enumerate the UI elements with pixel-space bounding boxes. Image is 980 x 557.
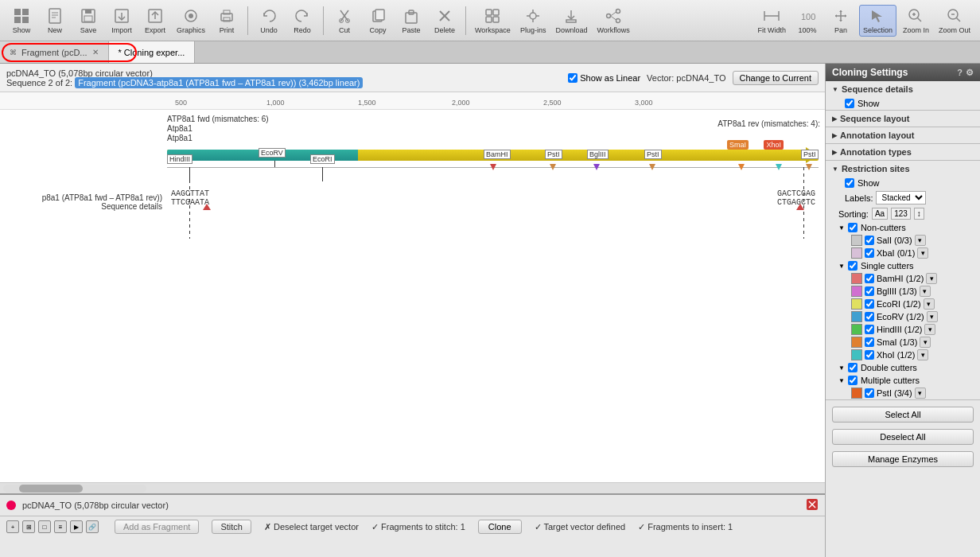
tab-fragment[interactable]: ⌘ Fragment (pcD... ✕ (0, 41, 109, 63)
main-content: pcDNA4_TO (5,078bp circular vector) Sequ… (0, 64, 980, 557)
sort-123-btn[interactable]: 123 (891, 208, 911, 220)
footer-icon1: + (6, 520, 19, 533)
re-sali-entry: SalI (0/3) ▾ (826, 234, 980, 247)
bamhi-info[interactable]: ▾ (926, 273, 937, 284)
sort-arrows-btn[interactable]: ↕ (914, 208, 924, 220)
smai-info[interactable]: ▾ (920, 337, 931, 348)
triangle-icon4: ▶ (832, 149, 837, 156)
re-ecorv-label: EcoRV (259, 148, 286, 158)
non-cutters-checkbox[interactable] (848, 223, 858, 232)
ecorv-info[interactable]: ▾ (927, 311, 938, 322)
re-show-checkbox[interactable] (845, 178, 854, 188)
footer-close-btn[interactable] (806, 498, 819, 512)
tab-fragment-close[interactable]: ✕ (92, 48, 99, 56)
sort-alpha-btn[interactable]: Aa (872, 208, 888, 220)
svg-line-52 (918, 18, 922, 21)
undo-button[interactable]: Undo (254, 6, 284, 36)
bamhi-checkbox[interactable] (865, 274, 874, 283)
tab-bar: ⌘ Fragment (pcD... ✕ * Cloning exper... (0, 41, 980, 64)
delete-button[interactable]: Delete (430, 6, 460, 36)
ecori-checkbox[interactable] (865, 299, 874, 309)
export-button[interactable]: Export (140, 6, 170, 36)
re-labels-select[interactable]: Stacked Inline (876, 191, 926, 204)
smai-checkbox[interactable] (865, 337, 874, 347)
panel-settings-icon[interactable]: ⚙ (966, 68, 974, 78)
download-button[interactable]: Download (552, 6, 590, 36)
svg-rect-25 (375, 10, 384, 20)
deselect-all-button[interactable]: Deselect All (832, 429, 974, 445)
add-fragment-button[interactable]: Add as Fragment (115, 520, 199, 534)
section-ann-layout-header[interactable]: ▶ Annotation layout (826, 127, 980, 143)
show-button[interactable]: Show (6, 6, 37, 36)
fit-width-button[interactable]: Fit Width (754, 6, 789, 36)
double-cutters-header: ▼ Double cutters (826, 361, 980, 374)
footer-icon2: ⊞ (22, 520, 35, 533)
print-button[interactable]: Print (212, 6, 242, 36)
seq-details-show-checkbox[interactable] (845, 99, 854, 108)
svg-rect-33 (493, 17, 499, 22)
ecori-info[interactable]: ▾ (924, 298, 935, 310)
section-seq-details-header[interactable]: ▼ Sequence details (826, 81, 980, 97)
panel-help-icon[interactable]: ? (957, 68, 962, 78)
show-linear-checkbox[interactable] (568, 73, 578, 83)
plugins-icon (524, 7, 542, 25)
re-psti1-label: PstI (545, 150, 562, 159)
import-button[interactable]: Import (107, 6, 137, 36)
save-button[interactable]: Save (73, 6, 103, 36)
section-seq-layout-header[interactable]: ▶ Sequence layout (826, 111, 980, 127)
bgliii-info[interactable]: ▾ (920, 286, 931, 297)
ruler: 500 1,000 1,500 2,000 2,500 3,000 (0, 92, 825, 110)
selection-button[interactable]: Selection (859, 5, 896, 37)
svg-point-16 (189, 14, 193, 18)
bgliii-checkbox[interactable] (865, 286, 874, 296)
xhoi-info[interactable]: ▾ (917, 349, 928, 360)
graphics-button[interactable]: Graphics (173, 6, 208, 36)
hindiii-info[interactable]: ▾ (924, 324, 935, 335)
cut-button[interactable]: Cut (329, 6, 360, 36)
sali-info[interactable]: ▾ (915, 235, 926, 246)
psti-color (851, 388, 862, 399)
stitch-button[interactable]: Stitch (212, 520, 251, 534)
xbai-checkbox[interactable] (865, 248, 874, 258)
workspace-button[interactable]: Workspace (472, 6, 514, 36)
xbai-info[interactable]: ▾ (917, 247, 928, 259)
workflows-button[interactable]: Workflows (593, 6, 632, 36)
triangle-icon3: ▶ (832, 132, 837, 139)
re-xhoi-marker (776, 164, 782, 170)
copy-button[interactable]: Copy (363, 6, 393, 36)
single-cutters-checkbox[interactable] (848, 261, 858, 271)
zoom-100-button[interactable]: 100 100% (792, 6, 822, 36)
cut-icon (336, 7, 353, 25)
sali-checkbox[interactable] (865, 236, 874, 245)
hindiii-checkbox[interactable] (865, 325, 874, 334)
zoom-in-button[interactable]: Zoom In (900, 6, 932, 36)
psti-info[interactable]: ▾ (915, 388, 926, 399)
clone-button[interactable]: Clone (478, 520, 522, 534)
show-linear-label[interactable]: Show as Linear (568, 73, 640, 83)
xhoi-checkbox[interactable] (865, 350, 874, 360)
scrollbar-thumb[interactable] (19, 485, 83, 493)
toolbar: Show New Save Import Export Graphics P (0, 0, 980, 41)
change-to-current-button[interactable]: Change to Current (733, 71, 819, 85)
footer-icon4: ≡ (54, 520, 67, 533)
section-re-sites-header[interactable]: ▼ Restriction sites (826, 161, 980, 177)
ecorv-checkbox[interactable] (865, 312, 874, 321)
section-ann-types-header[interactable]: ▶ Annotation types (826, 144, 980, 160)
graphics-icon (182, 7, 200, 25)
new-button[interactable]: New (40, 6, 70, 36)
zoom-out-button[interactable]: Zoom Out (935, 6, 974, 36)
selection-icon (869, 7, 886, 25)
psti-checkbox[interactable] (865, 388, 874, 398)
select-all-button[interactable]: Select All (832, 407, 974, 423)
re-bgliii-label: BglIII (587, 150, 609, 159)
manage-enzymes-button[interactable]: Manage Enzymes (832, 451, 974, 467)
redo-button[interactable]: Redo (287, 6, 317, 36)
scrollbar-track[interactable] (3, 485, 146, 493)
re-hindiii-label: HindIII (167, 154, 192, 164)
pan-button[interactable]: Pan (826, 6, 856, 36)
plugins-button[interactable]: Plug-ins (517, 6, 550, 36)
multiple-cutters-checkbox[interactable] (848, 376, 858, 385)
tab-cloning[interactable]: * Cloning exper... (109, 41, 196, 63)
paste-button[interactable]: Paste (396, 6, 426, 36)
double-cutters-checkbox[interactable] (848, 363, 858, 372)
